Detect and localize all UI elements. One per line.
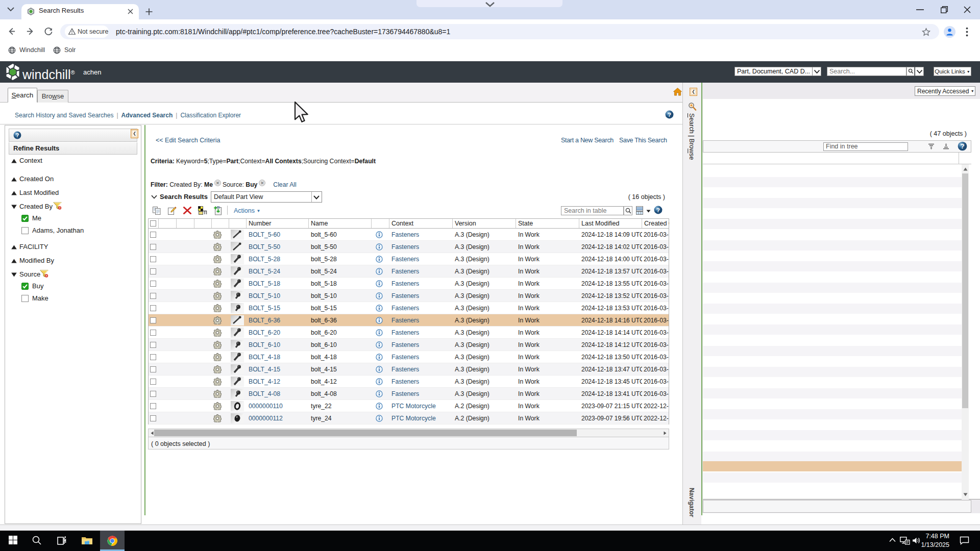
svg-text:?: ? xyxy=(656,207,660,213)
svg-text:?: ? xyxy=(668,112,671,118)
svg-text:?: ? xyxy=(16,132,19,138)
svg-text:?: ? xyxy=(960,142,964,150)
